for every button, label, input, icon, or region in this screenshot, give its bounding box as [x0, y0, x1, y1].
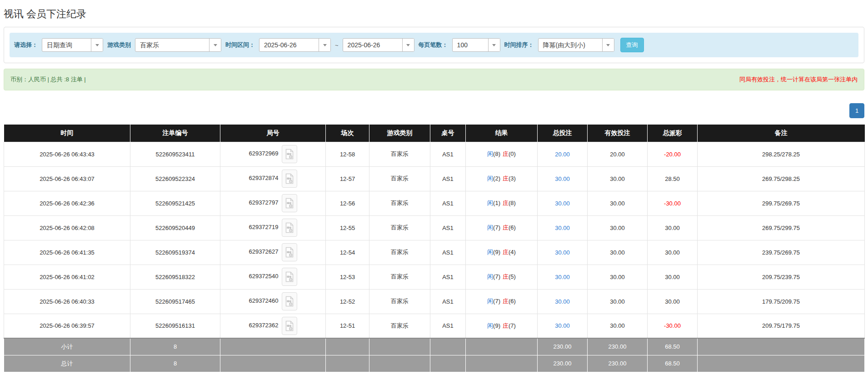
video-replay-button[interactable]: [282, 145, 297, 163]
col-game-type: 游戏类别: [369, 125, 430, 142]
chevron-down-icon[interactable]: [488, 39, 500, 51]
result-banker-label: 庄: [503, 273, 509, 280]
cell-game-type: 百家乐: [369, 289, 430, 314]
cell-game-type: 百家乐: [369, 142, 430, 166]
chevron-down-icon[interactable]: [91, 39, 103, 51]
result-banker-label: 庄: [503, 200, 509, 206]
result-player-score: (8): [493, 150, 500, 157]
page-size-label: 每页笔数：: [419, 41, 448, 49]
time-sort-value: 降冪(由大到小): [539, 39, 602, 51]
video-replay-button[interactable]: [282, 219, 297, 237]
col-bet-id: 注单编号: [130, 125, 220, 142]
cell-round-id: 629372719: [220, 215, 326, 240]
query-type-label: 请选择：: [14, 41, 38, 49]
col-time: 时间: [4, 125, 130, 142]
total-bet-link[interactable]: 30.00: [555, 225, 570, 231]
cell-total-bet: 30.00: [538, 191, 588, 215]
total-bet-link[interactable]: 20.00: [555, 151, 570, 158]
cell-session: 12-53: [326, 265, 369, 289]
game-type-value: 百家乐: [135, 39, 209, 51]
time-range-label: 时间区间：: [225, 41, 255, 49]
cell-valid-bet: 30.00: [588, 191, 648, 215]
result-banker-label: 庄: [503, 150, 509, 157]
summary-bar: 币别：人民币 | 总共 :8 注单 | 同局有效投注，统一计算在该局第一张注单内: [4, 69, 864, 90]
cell-result: 闲(1)庄(8): [466, 191, 538, 215]
col-remark: 备注: [698, 125, 865, 142]
video-replay-button[interactable]: [282, 170, 297, 188]
result-banker-score: (8): [509, 200, 516, 206]
cell-session: 12-52: [326, 289, 369, 314]
result-player-label: 闲: [487, 298, 493, 305]
cell-total-bet: 30.00: [538, 289, 588, 314]
chevron-down-icon[interactable]: [402, 39, 414, 51]
time-sort-select[interactable]: 降冪(由大到小): [538, 38, 614, 52]
total-bet-link[interactable]: 30.00: [555, 322, 570, 329]
result-banker-score: (5): [509, 273, 516, 280]
query-type-select[interactable]: 日期查询: [42, 38, 103, 52]
date-to-select[interactable]: 2025-06-26: [343, 38, 414, 52]
cell-payout: -30.00: [648, 314, 698, 338]
bet-records-table-wrap: 时间 注单编号 局号 场次 游戏类别 桌号 结果 总投注 有效投注 总派彩 备注…: [4, 125, 864, 372]
result-player-score: (9): [493, 249, 500, 255]
subtotal-total-bet: 230.00: [538, 338, 588, 355]
video-replay-button[interactable]: [282, 243, 297, 261]
result-banker-label: 庄: [503, 322, 509, 329]
cell-total-bet: 30.00: [538, 166, 588, 191]
bet-records-table: 时间 注单编号 局号 场次 游戏类别 桌号 结果 总投注 有效投注 总派彩 备注…: [4, 125, 865, 372]
total-bet-link[interactable]: 30.00: [555, 249, 570, 256]
cell-table-no: AS1: [430, 265, 466, 289]
cell-valid-bet: 30.00: [588, 240, 648, 265]
chevron-down-icon[interactable]: [319, 39, 330, 51]
result-player-label: 闲: [487, 175, 493, 182]
cell-round-id: 629372362: [220, 314, 326, 338]
col-total-bet: 总投注: [538, 125, 588, 142]
total-bet-link[interactable]: 30.00: [555, 175, 570, 182]
result-player-score: (7): [493, 298, 500, 305]
cell-result: 闲(2)庄(3): [466, 166, 538, 191]
table-row: 2025-06-26 06:40:33 522609517465 6293724…: [4, 289, 865, 314]
cell-bet-id: 522609516131: [130, 314, 220, 338]
cell-remark: 299.75/269.75: [698, 191, 865, 215]
result-banker-label: 庄: [503, 298, 509, 305]
pagination-top: 1: [4, 103, 864, 118]
video-replay-button[interactable]: [282, 194, 297, 212]
cell-result: 闲(9)庄(7): [466, 314, 538, 338]
cell-valid-bet: 30.00: [588, 215, 648, 240]
page-size-select[interactable]: 100: [452, 38, 500, 52]
result-banker-label: 庄: [503, 249, 509, 255]
video-replay-icon: [285, 247, 294, 258]
result-banker-score: (6): [509, 298, 516, 305]
game-type-select[interactable]: 百家乐: [135, 38, 221, 52]
table-row: 2025-06-26 06:41:02 522609518322 6293725…: [4, 265, 865, 289]
cell-table-no: AS1: [430, 289, 466, 314]
video-replay-button[interactable]: [282, 268, 297, 286]
result-banker-score: (4): [509, 249, 516, 255]
table-row: 2025-06-26 06:43:07 522609522324 6293728…: [4, 166, 865, 191]
total-bet-link[interactable]: 30.00: [555, 298, 570, 305]
cell-game-type: 百家乐: [369, 265, 430, 289]
chevron-down-icon[interactable]: [209, 39, 221, 51]
grand-total-label: 总计: [4, 355, 130, 372]
cell-remark: 209.75/179.75: [698, 314, 865, 338]
total-bet-link[interactable]: 30.00: [555, 274, 570, 280]
chevron-down-icon[interactable]: [602, 39, 614, 51]
cell-time: 2025-06-26 06:42:36: [4, 191, 130, 215]
video-replay-icon: [285, 149, 294, 160]
cell-time: 2025-06-26 06:43:07: [4, 166, 130, 191]
page-1-button[interactable]: 1: [849, 103, 864, 118]
search-button[interactable]: 查询: [620, 38, 644, 52]
video-replay-button[interactable]: [282, 317, 297, 335]
date-from-select[interactable]: 2025-06-26: [259, 38, 331, 52]
round-id: 629372969: [249, 150, 278, 157]
cell-total-bet: 20.00: [538, 142, 588, 166]
grand-total-count: 8: [130, 355, 220, 372]
round-id: 629372362: [249, 322, 278, 329]
cell-time: 2025-06-26 06:40:33: [4, 289, 130, 314]
cell-round-id: 629372460: [220, 289, 326, 314]
total-bet-link[interactable]: 30.00: [555, 200, 570, 207]
cell-table-no: AS1: [430, 240, 466, 265]
cell-total-bet: 30.00: [538, 215, 588, 240]
video-replay-button[interactable]: [282, 292, 297, 310]
cell-remark: 179.75/209.75: [698, 289, 865, 314]
result-player-score: (1): [493, 200, 500, 206]
